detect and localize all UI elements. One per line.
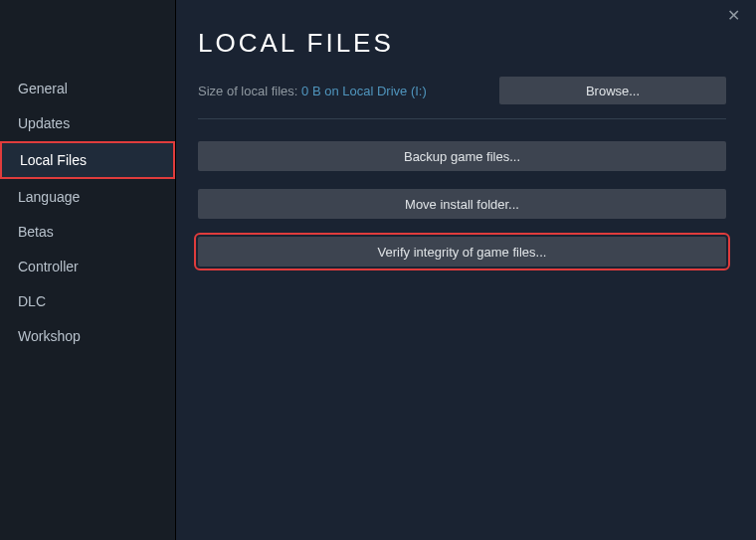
settings-container: General Updates Local Files Language Bet… [0,0,756,540]
sidebar-item-label: Updates [18,115,70,131]
sidebar-item-label: Workshop [18,328,81,344]
sidebar: General Updates Local Files Language Bet… [0,0,176,540]
backup-game-files-button[interactable]: Backup game files... [198,141,726,171]
size-info-row: Size of local files: 0 B on Local Drive … [198,77,726,104]
sidebar-item-label: Betas [18,224,54,240]
sidebar-item-workshop[interactable]: Workshop [0,319,175,353]
sidebar-item-label: DLC [18,293,46,309]
section-divider [198,118,726,119]
browse-button[interactable]: Browse... [499,77,726,104]
size-value: 0 B on Local Drive (I:) [301,84,427,98]
sidebar-item-local-files[interactable]: Local Files [0,141,175,179]
sidebar-item-label: General [18,81,68,96]
sidebar-item-language[interactable]: Language [0,180,175,214]
sidebar-item-controller[interactable]: Controller [0,250,175,283]
sidebar-item-general[interactable]: General [0,72,175,105]
sidebar-item-dlc[interactable]: DLC [0,284,175,318]
page-title: LOCAL FILES [198,28,726,59]
sidebar-item-label: Language [18,189,80,205]
size-label: Size of local files: [198,84,301,98]
main-panel: LOCAL FILES Size of local files: 0 B on … [176,0,756,540]
sidebar-item-label: Controller [18,259,79,274]
sidebar-item-label: Local Files [20,152,87,168]
move-install-folder-button[interactable]: Move install folder... [198,189,726,219]
sidebar-item-updates[interactable]: Updates [0,106,175,140]
sidebar-item-betas[interactable]: Betas [0,215,175,249]
close-icon[interactable]: ✕ [721,6,746,26]
verify-integrity-button[interactable]: Verify integrity of game files... [198,237,726,267]
size-info-text: Size of local files: 0 B on Local Drive … [198,82,427,99]
